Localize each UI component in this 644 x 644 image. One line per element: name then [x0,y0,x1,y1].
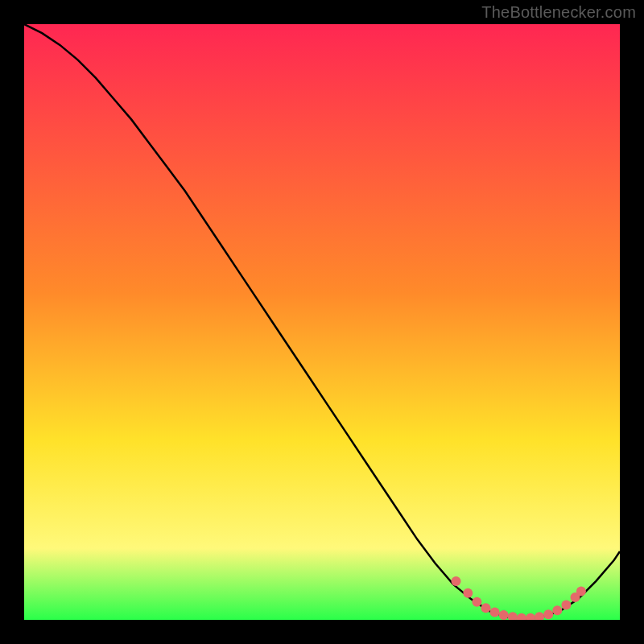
marker-dot [481,603,491,613]
marker-dot [543,609,553,619]
marker-dot [576,587,586,597]
gradient-bg [24,24,620,620]
marker-dot [463,588,473,598]
plot-area [24,24,620,620]
marker-dot [499,610,509,620]
chart-svg [24,24,620,620]
marker-dot [490,607,500,617]
marker-dot [552,605,562,615]
watermark-text: TheBottlenecker.com [481,3,636,22]
chart-container: TheBottlenecker.com [0,0,644,644]
marker-dot [561,601,571,610]
marker-dot [472,597,481,607]
marker-dot [452,576,461,586]
